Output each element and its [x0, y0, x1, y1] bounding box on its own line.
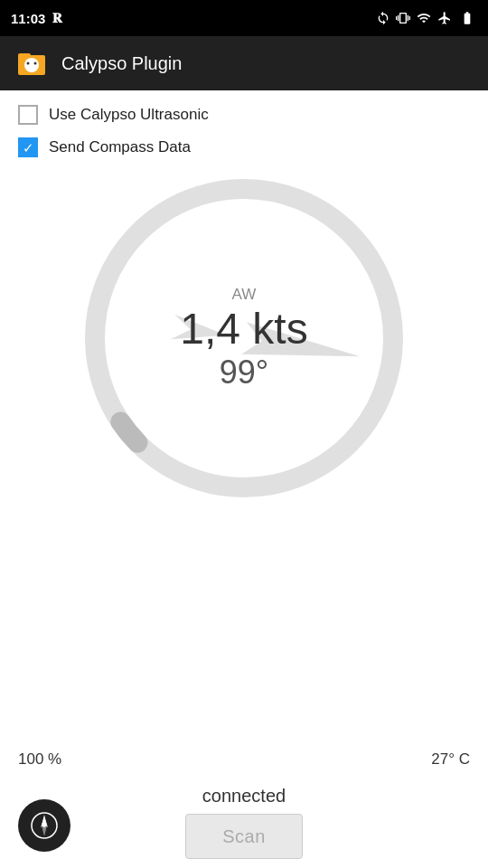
wifi-icon — [416, 11, 432, 25]
checkbox-compass-label: Send Compass Data — [49, 138, 191, 156]
bottom-status-row: 100 % 27° C — [0, 750, 488, 769]
wind-gauge-container: AW 1,4 kts 99° — [18, 175, 470, 501]
gauge-center-info: AW 1,4 kts 99° — [180, 286, 307, 392]
svg-point-3 — [27, 62, 30, 65]
scan-button[interactable]: Scan — [185, 814, 303, 859]
svg-point-2 — [24, 58, 39, 72]
temperature-value: 27° C — [431, 750, 470, 769]
battery-icon — [457, 11, 477, 25]
compass-icon — [30, 811, 59, 840]
checkbox-ultrasonic-row[interactable]: Use Calypso Ultrasonic — [18, 105, 470, 125]
time-display: 11:03 — [11, 11, 45, 26]
compass-fab-button[interactable] — [18, 799, 70, 852]
gauge-direction-value: 99° — [180, 353, 307, 391]
battery-percentage: 100 % — [18, 750, 61, 769]
connection-status: connected — [0, 786, 488, 807]
checkbox-ultrasonic[interactable] — [18, 105, 38, 125]
gauge-speed-value: 1,4 kts — [180, 306, 307, 354]
checkbox-compass[interactable]: ✓ — [18, 137, 38, 157]
status-bar: 11:03 𝐑 — [0, 0, 488, 36]
refresh-icon — [376, 11, 390, 25]
p-icon: 𝐑 — [52, 10, 62, 26]
app-title: Calypso Plugin — [61, 53, 182, 74]
app-header: Calypso Plugin — [0, 36, 488, 90]
checkmark-icon: ✓ — [23, 141, 34, 155]
app-logo — [14, 46, 49, 80]
checkbox-ultrasonic-label: Use Calypso Ultrasonic — [49, 106, 209, 124]
svg-point-4 — [34, 62, 37, 65]
airplane-icon — [437, 11, 452, 25]
vibrate-icon — [396, 11, 410, 25]
content-area: Use Calypso Ultrasonic ✓ Send Compass Da… — [0, 90, 488, 501]
wind-gauge: AW 1,4 kts 99° — [81, 175, 407, 501]
gauge-mode-label: AW — [180, 286, 307, 304]
checkbox-compass-row[interactable]: ✓ Send Compass Data — [18, 137, 470, 157]
bottom-actions: Scan — [0, 814, 488, 859]
